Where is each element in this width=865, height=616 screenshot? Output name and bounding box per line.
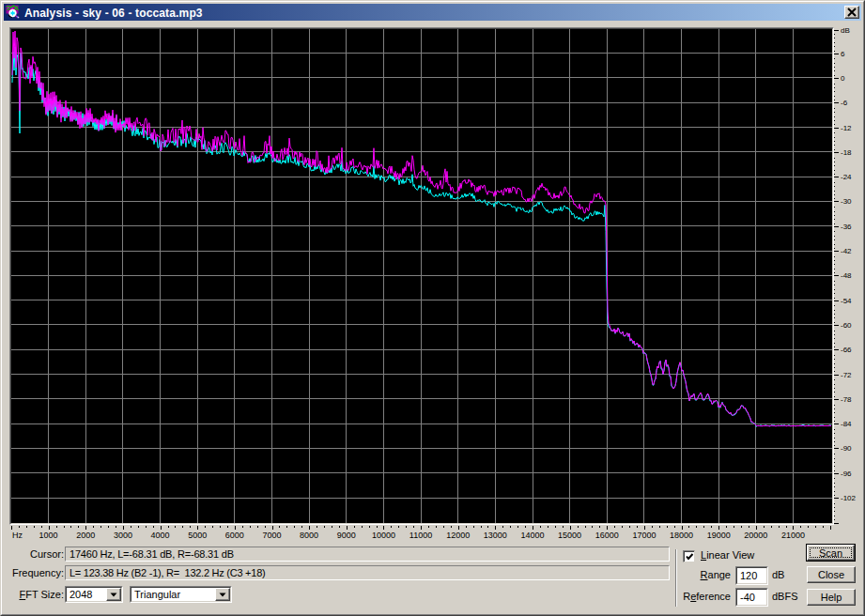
- svg-text:-66: -66: [841, 346, 852, 354]
- svg-text:dB: dB: [841, 27, 850, 35]
- svg-text:Hz: Hz: [12, 531, 23, 540]
- svg-text:-102: -102: [841, 494, 857, 502]
- svg-text:13000: 13000: [484, 531, 507, 540]
- svg-text:6: 6: [841, 50, 845, 58]
- svg-text:7000: 7000: [262, 531, 281, 540]
- svg-text:19000: 19000: [707, 531, 731, 540]
- svg-text:20000: 20000: [744, 531, 767, 540]
- svg-text:16000: 16000: [595, 531, 619, 540]
- svg-text:-60: -60: [841, 321, 852, 330]
- svg-text:10000: 10000: [372, 531, 395, 540]
- svg-text:-6: -6: [841, 99, 848, 107]
- svg-text:3000: 3000: [114, 531, 132, 540]
- svg-text:-78: -78: [841, 395, 852, 404]
- svg-text:2000: 2000: [76, 531, 95, 540]
- svg-text:-30: -30: [841, 197, 852, 206]
- svg-text:-96: -96: [841, 470, 852, 478]
- svg-text:17000: 17000: [632, 531, 656, 540]
- svg-text:-24: -24: [841, 173, 852, 181]
- svg-text:-18: -18: [841, 148, 852, 157]
- svg-text:8000: 8000: [300, 531, 318, 540]
- svg-text:5000: 5000: [188, 531, 207, 540]
- svg-text:14000: 14000: [520, 531, 544, 540]
- svg-text:18000: 18000: [670, 531, 693, 540]
- svg-text:12000: 12000: [446, 531, 470, 540]
- svg-text:11000: 11000: [409, 531, 432, 540]
- svg-text:6000: 6000: [225, 531, 244, 540]
- svg-text:-72: -72: [841, 371, 852, 379]
- svg-text:15000: 15000: [558, 531, 581, 540]
- svg-text:-48: -48: [841, 271, 852, 280]
- svg-text:-36: -36: [841, 223, 852, 231]
- svg-text:-42: -42: [841, 247, 852, 255]
- svg-text:-12: -12: [841, 124, 852, 132]
- svg-text:4000: 4000: [151, 531, 170, 540]
- svg-text:9000: 9000: [337, 531, 356, 540]
- svg-text:21000: 21000: [781, 531, 805, 540]
- svg-text:-90: -90: [841, 444, 852, 453]
- svg-text:0: 0: [841, 74, 845, 83]
- svg-text:-84: -84: [841, 420, 852, 428]
- svg-text:1000: 1000: [39, 531, 58, 540]
- svg-text:-54: -54: [841, 297, 852, 305]
